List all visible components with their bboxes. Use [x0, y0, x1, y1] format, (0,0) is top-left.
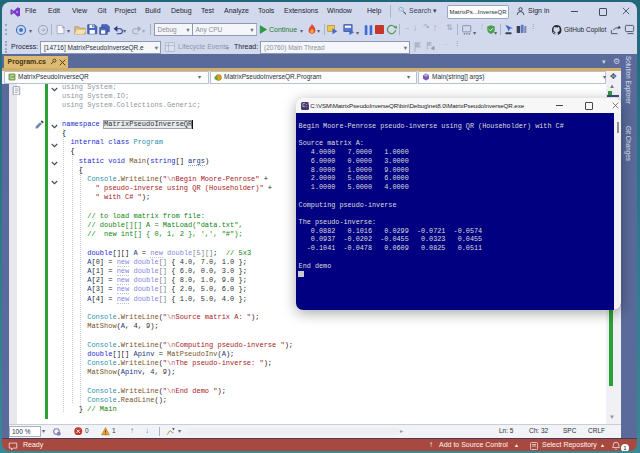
svg-text:C: C: [10, 74, 14, 80]
